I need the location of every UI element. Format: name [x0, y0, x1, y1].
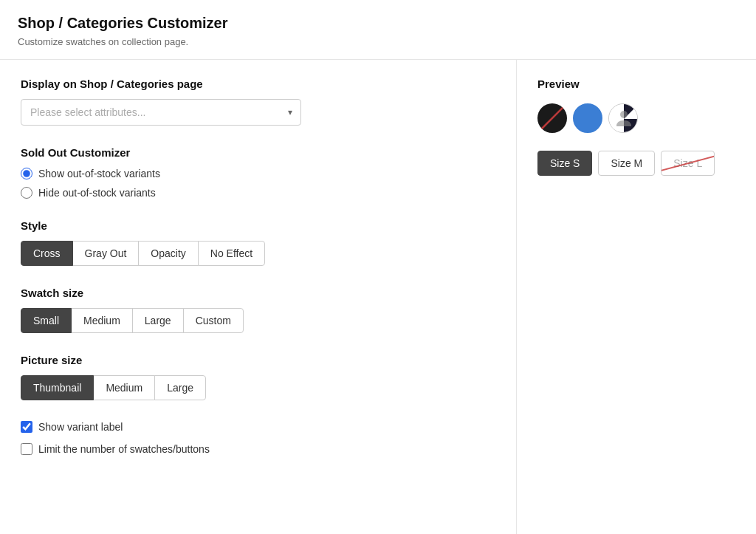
- picture-size-btn-medium[interactable]: Medium: [93, 375, 155, 400]
- picture-size-btn-group: Thumbnail Medium Large: [21, 375, 495, 400]
- picture-size-btn-thumbnail[interactable]: Thumbnail: [21, 375, 94, 400]
- checkbox-show-variant-text: Show variant label: [38, 421, 123, 433]
- page-header: Shop / Categories Customizer Customize s…: [0, 0, 756, 60]
- style-section: Style Cross Gray Out Opacity No Effect: [21, 219, 495, 266]
- preview-size-btn-l[interactable]: Size L: [661, 151, 715, 176]
- picture-size-section: Picture size Thumbnail Medium Large: [21, 354, 495, 400]
- preview-size-buttons: Size S Size M Size L: [537, 151, 735, 176]
- picture-size-title: Picture size: [21, 354, 495, 366]
- picture-size-btn-large[interactable]: Large: [154, 375, 206, 400]
- sold-out-section: Sold Out Customizer Show out-of-stock va…: [21, 146, 495, 199]
- preview-size-btn-s[interactable]: Size S: [537, 151, 592, 176]
- radio-show-label: Show out-of-stock variants: [38, 168, 160, 179]
- attributes-select[interactable]: Please select attributes...: [21, 99, 301, 126]
- swatch-size-section: Swatch size Small Medium Large Custom: [21, 287, 495, 333]
- preview-swatch-multi: [608, 103, 638, 133]
- swatch-cross-icon: [537, 103, 567, 133]
- left-panel: Display on Shop / Categories page Please…: [0, 60, 517, 534]
- page-body: Display on Shop / Categories page Please…: [0, 60, 756, 534]
- radio-show-input[interactable]: [21, 168, 32, 179]
- style-btn-group: Cross Gray Out Opacity No Effect: [21, 241, 495, 266]
- radio-hide-out-of-stock[interactable]: Hide out-of-stock variants: [21, 187, 495, 199]
- checkbox-show-variant-label[interactable]: Show variant label: [21, 421, 495, 433]
- preview-title: Preview: [537, 78, 735, 90]
- checkbox-limit-swatches[interactable]: Limit the number of swatches/buttons: [21, 443, 495, 455]
- sold-out-radio-group: Show out-of-stock variants Hide out-of-s…: [21, 168, 495, 199]
- sold-out-section-title: Sold Out Customizer: [21, 146, 495, 159]
- radio-show-out-of-stock[interactable]: Show out-of-stock variants: [21, 168, 495, 179]
- style-btn-cross[interactable]: Cross: [21, 241, 73, 266]
- preview-swatches: [537, 103, 735, 133]
- checkbox-limit-swatches-text: Limit the number of swatches/buttons: [38, 443, 210, 455]
- style-section-title: Style: [21, 219, 495, 232]
- page-title: Shop / Categories Customizer: [18, 15, 738, 32]
- svg-point-2: [620, 111, 628, 118]
- checkbox-show-variant-input[interactable]: [21, 421, 32, 433]
- radio-hide-input[interactable]: [21, 187, 32, 199]
- radio-hide-label: Hide out-of-stock variants: [38, 187, 156, 199]
- preview-swatch-black: [537, 103, 567, 133]
- checkbox-limit-swatches-input[interactable]: [21, 443, 32, 455]
- display-section: Display on Shop / Categories page Please…: [21, 78, 495, 126]
- right-panel: Preview: [517, 60, 756, 534]
- page-container: Shop / Categories Customizer Customize s…: [0, 0, 756, 534]
- page-subtitle: Customize swatches on collection page.: [18, 36, 738, 47]
- svg-line-0: [540, 106, 565, 131]
- swatch-size-btn-custom[interactable]: Custom: [183, 308, 244, 333]
- style-btn-noeffect[interactable]: No Effect: [198, 241, 265, 266]
- swatch-size-title: Swatch size: [21, 287, 495, 299]
- preview-swatch-blue: [573, 103, 602, 133]
- swatch-size-btn-small[interactable]: Small: [21, 308, 72, 333]
- swatch-size-btn-large[interactable]: Large: [132, 308, 184, 333]
- attributes-select-wrapper: Please select attributes... ▾: [21, 99, 301, 126]
- swatch-size-btn-group: Small Medium Large Custom: [21, 308, 495, 333]
- checkboxes-section: Show variant label Limit the number of s…: [21, 421, 495, 455]
- display-section-title: Display on Shop / Categories page: [21, 78, 495, 90]
- swatch-size-btn-medium[interactable]: Medium: [71, 308, 133, 333]
- swatch-multi-icon: [609, 104, 638, 133]
- preview-size-btn-m[interactable]: Size M: [598, 151, 655, 176]
- style-btn-grayout[interactable]: Gray Out: [72, 241, 140, 266]
- style-btn-opacity[interactable]: Opacity: [138, 241, 198, 266]
